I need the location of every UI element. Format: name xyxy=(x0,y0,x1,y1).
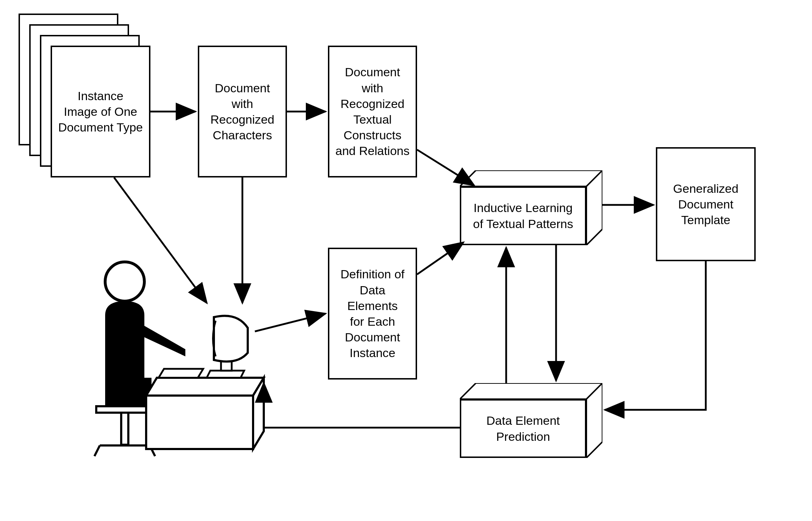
node-doc-recognized-chars: Document withRecognizedCharacters xyxy=(198,46,287,177)
svg-line-9 xyxy=(94,445,100,456)
svg-rect-5 xyxy=(105,378,151,406)
person-at-computer-icon xyxy=(50,246,271,467)
node-instance-image: InstanceImage of OneDocument Type xyxy=(51,46,150,177)
diagram-canvas: InstanceImage of OneDocument Type Docume… xyxy=(0,0,812,521)
node-doc-recognized-constructs: Document withRecognizedTextualConstructs… xyxy=(328,46,417,177)
node-data-element-prediction: Data ElementPrediction xyxy=(460,383,602,458)
node-definition-data-elements-label: Definition ofData Elementsfor EachDocume… xyxy=(334,266,411,361)
node-doc-recognized-chars-label: Document withRecognizedCharacters xyxy=(204,80,281,143)
node-definition-data-elements: Definition ofData Elementsfor EachDocume… xyxy=(328,248,417,380)
svg-marker-11 xyxy=(146,378,264,396)
node-inductive-learning-label: Inductive Learningof Textual Patterns xyxy=(473,200,573,231)
svg-marker-14 xyxy=(159,369,203,378)
svg-marker-15 xyxy=(207,371,244,378)
svg-rect-7 xyxy=(121,413,128,445)
node-inductive-learning: Inductive Learningof Textual Patterns xyxy=(460,170,602,245)
node-data-element-prediction-label: Data ElementPrediction xyxy=(487,413,560,444)
svg-rect-12 xyxy=(146,396,253,449)
node-instance-image-label: InstanceImage of OneDocument Type xyxy=(58,88,143,135)
node-generalized-template-label: GeneralizedDocumentTemplate xyxy=(673,181,738,228)
svg-point-4 xyxy=(105,262,144,301)
node-generalized-template: GeneralizedDocumentTemplate xyxy=(656,147,756,261)
svg-line-25 xyxy=(417,242,463,274)
node-doc-recognized-constructs-label: Document withRecognizedTextualConstructs… xyxy=(334,64,411,159)
